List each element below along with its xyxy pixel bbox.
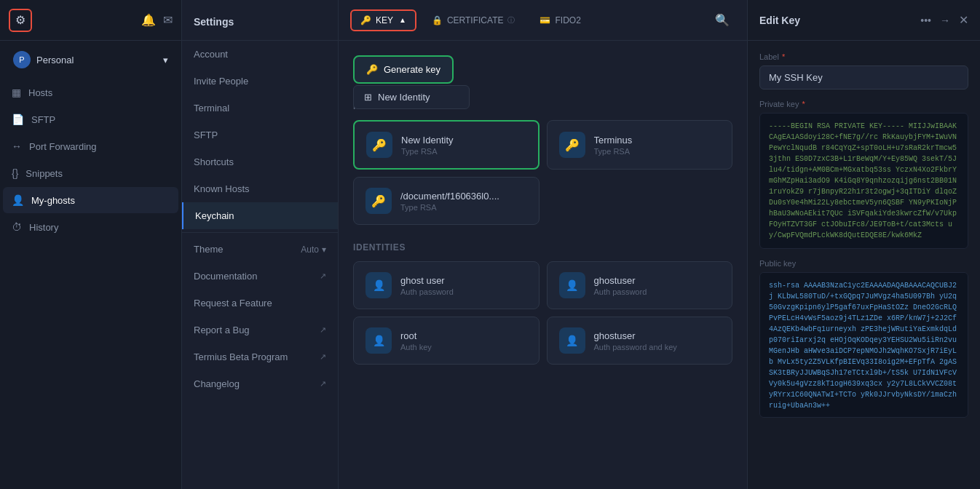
external-link-icon: ↗ — [320, 325, 326, 335]
settings-item-beta-program[interactable]: Termius Beta Program ↗ — [182, 343, 338, 370]
key-card-name: /document/f160636l0.... — [400, 191, 527, 202]
tab-key[interactable]: 🔑 KEY ▲ — [350, 9, 416, 31]
tab-fido2-label: FIDO2 — [555, 15, 580, 25]
right-panel-title: Edit Key — [759, 15, 920, 26]
settings-item-label: Changelog — [194, 378, 240, 389]
settings-item-terminal[interactable]: Terminal — [182, 95, 338, 122]
more-options-icon[interactable]: ••• — [920, 15, 931, 26]
private-key-field-label: Private key * — [759, 100, 968, 108]
key-card-type: Type RSA — [401, 147, 526, 156]
settings-item-label: Report a Bug — [194, 325, 250, 335]
close-icon[interactable]: → — [940, 15, 950, 26]
search-button[interactable]: 🔍 — [709, 10, 735, 30]
settings-item-label: Keychain — [195, 210, 234, 221]
chevron-down-icon: ▾ — [163, 55, 168, 65]
bell-icon[interactable]: 🔔 — [141, 13, 156, 27]
settings-item-known-hosts[interactable]: Known Hosts — [182, 175, 338, 202]
key-card-icon: 🔑 — [559, 132, 585, 158]
private-key-value[interactable]: -----BEGIN RSA PRIVATE KEY----- MIIJJwIB… — [759, 113, 968, 249]
identity-auth: Auth password — [594, 287, 721, 296]
generate-key-button[interactable]: 🔑 Generate key — [353, 55, 454, 84]
identity-info: root Auth key — [400, 330, 527, 351]
chevron-up-icon: ▲ — [399, 16, 406, 24]
key-card-new-identity[interactable]: 🔑 New Identity Type RSA — [353, 120, 540, 170]
sidebar-item-sftp[interactable]: 📄 SFTP — [3, 106, 178, 132]
history-icon: ⏱ — [12, 221, 22, 233]
sidebar-item-label: Snippets — [25, 168, 63, 179]
main-header: 🔑 KEY ▲ 🔒 CERTIFICATE ⓘ 💳 FIDO2 🔍 — [339, 0, 747, 41]
key-card-type: Type RSA — [400, 203, 527, 212]
settings-item-shortcuts[interactable]: Shortcuts — [182, 148, 338, 175]
identity-info: ghostuser Auth password — [594, 275, 721, 296]
settings-item-label: Invite People — [194, 76, 248, 87]
sftp-icon: 📄 — [12, 114, 24, 125]
key-card-terminus[interactable]: 🔑 Terminus Type RSA — [547, 120, 733, 170]
settings-item-report-bug[interactable]: Report a Bug ↗ — [182, 317, 338, 343]
left-sidebar: ⚙ 🔔 ✉ P Personal ▾ ▦ Hosts 📄 SFTP ↔ Port… — [0, 0, 182, 489]
identity-info: ghost user Auth password — [400, 275, 527, 296]
key-card-icon: 🔑 — [365, 188, 392, 214]
sidebar-item-my-ghosts[interactable]: 👤 My-ghosts — [3, 187, 178, 213]
identity-name: ghostuser — [594, 275, 721, 286]
settings-item-label: Shortcuts — [194, 156, 234, 167]
identity-ghostuser2[interactable]: 👤 ghostuser Auth password and key — [547, 317, 733, 365]
identity-ghostuser1[interactable]: 👤 ghostuser Auth password — [547, 261, 733, 309]
close-button[interactable]: ✕ — [959, 13, 968, 27]
settings-item-account[interactable]: Account — [182, 41, 338, 68]
key-card-info: New Identity Type RSA — [401, 135, 526, 156]
tab-certificate[interactable]: 🔒 CERTIFICATE ⓘ — [422, 10, 525, 31]
sidebar-item-label: Port Forwarding — [29, 141, 96, 152]
settings-divider — [182, 232, 338, 233]
sidebar-item-label: Hosts — [28, 87, 52, 98]
right-panel: Edit Key ••• → ✕ Label * Private key * -… — [747, 0, 980, 489]
personal-row[interactable]: P Personal ▾ — [6, 45, 175, 74]
settings-panel: Settings Account Invite People Terminal … — [182, 0, 339, 489]
settings-item-request-feature[interactable]: Request a Feature — [182, 290, 338, 317]
sidebar-item-hosts[interactable]: ▦ Hosts — [3, 79, 178, 106]
key-card-name: Terminus — [594, 135, 721, 146]
identity-auth: Auth key — [400, 343, 527, 351]
settings-item-changelog[interactable]: Changelog ↗ — [182, 370, 338, 397]
identities-section-label: Identities — [353, 242, 732, 253]
settings-item-label: Termius Beta Program — [194, 351, 288, 362]
gear-icon-btn[interactable]: ⚙ — [9, 9, 32, 32]
identity-name: ghostuser — [594, 330, 721, 341]
external-link-icon: ↗ — [320, 271, 326, 281]
snippets-icon: {} — [12, 167, 18, 179]
identity-ghost-user[interactable]: 👤 ghost user Auth password — [353, 261, 540, 309]
main-content: 🔑 KEY ▲ 🔒 CERTIFICATE ⓘ 💳 FIDO2 🔍 🔑 Gene… — [339, 0, 747, 489]
public-key-value[interactable]: ssh-rsa AAAAB3NzaC1yc2EAAAADAQABAAACAQCU… — [759, 272, 968, 418]
settings-item-sftp[interactable]: SFTP — [182, 122, 338, 148]
settings-item-theme[interactable]: Theme Auto ▾ — [182, 236, 338, 263]
identity-icon: 👤 — [365, 327, 392, 354]
sidebar-item-snippets[interactable]: {} Snippets — [3, 160, 178, 186]
label-input[interactable] — [759, 65, 968, 90]
my-ghosts-icon: 👤 — [12, 194, 24, 206]
sidebar-item-label: SFTP — [31, 114, 55, 125]
key-card-document[interactable]: 🔑 /document/f160636l0.... Type RSA — [353, 177, 540, 225]
settings-item-keychain[interactable]: Keychain — [182, 202, 338, 229]
port-forwarding-icon: ↔ — [12, 140, 22, 152]
key-card-name: New Identity — [401, 135, 526, 146]
tab-key-label: KEY — [376, 15, 393, 25]
key-card-type: Type RSA — [594, 147, 721, 156]
settings-item-label: Documentation — [194, 271, 257, 282]
certificate-tab-icon: 🔒 — [432, 15, 443, 25]
mail-icon[interactable]: ✉ — [163, 13, 173, 27]
sidebar-item-label: History — [29, 222, 58, 233]
settings-item-invite-people[interactable]: Invite People — [182, 68, 338, 95]
right-panel-body: Label * Private key * -----BEGIN RSA PRI… — [748, 41, 980, 489]
new-identity-button[interactable]: ⊞ New Identity — [353, 85, 470, 109]
sidebar-item-port-forwarding[interactable]: ↔ Port Forwarding — [3, 133, 178, 159]
personal-label: Personal — [36, 55, 74, 65]
key-card-info: /document/f160636l0.... Type RSA — [400, 191, 527, 212]
settings-item-documentation[interactable]: Documentation ↗ — [182, 263, 338, 290]
sidebar-item-history[interactable]: ⏱ History — [3, 214, 178, 240]
key-card-icon: 🔑 — [366, 132, 392, 158]
tab-fido2[interactable]: 💳 FIDO2 — [530, 10, 590, 31]
identity-root[interactable]: 👤 root Auth key — [353, 317, 540, 365]
settings-item-label: Request a Feature — [194, 298, 272, 309]
identity-info: ghostuser Auth password and key — [594, 330, 721, 351]
identity-icon: 👤 — [559, 272, 585, 298]
theme-label: Theme — [194, 244, 223, 255]
